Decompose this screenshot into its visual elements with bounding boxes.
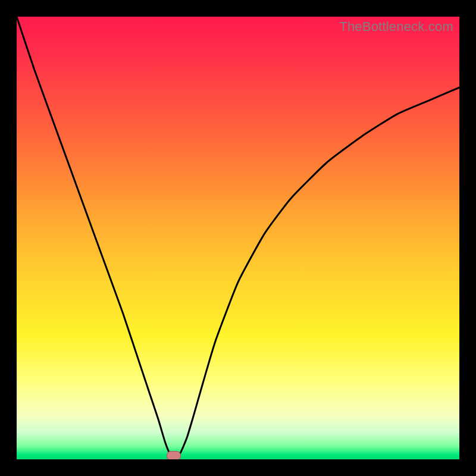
bottleneck-curve [17,17,459,459]
optimal-point-marker [167,451,181,459]
plot-area: TheBottleneck.com [17,17,459,459]
watermark-text: TheBottleneck.com [339,19,453,35]
outer-frame: TheBottleneck.com [0,0,476,476]
